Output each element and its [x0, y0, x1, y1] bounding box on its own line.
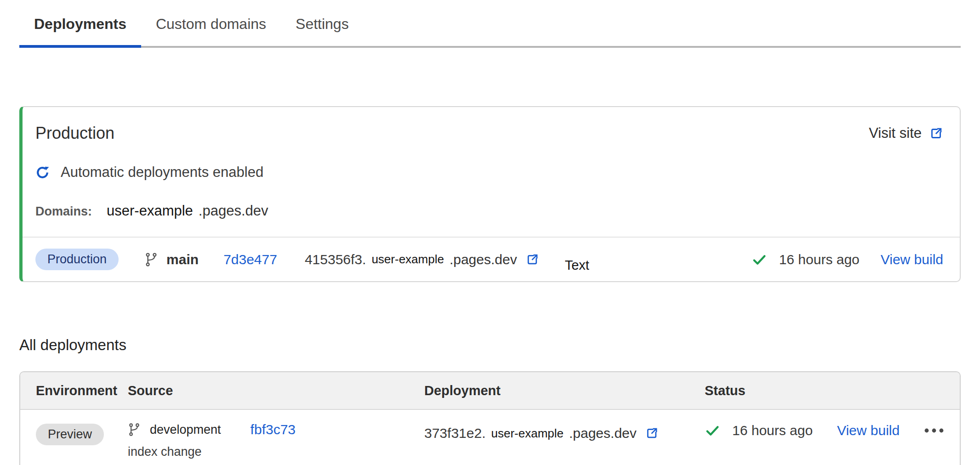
tab-deployments[interactable]: Deployments: [19, 0, 141, 48]
domains-row: Domains: user-example .pages.dev: [35, 203, 943, 219]
column-header-environment: Environment: [36, 383, 128, 398]
domain-suffix: .pages.dev: [199, 203, 268, 219]
environment-badge: Production: [35, 249, 119, 270]
commit-link[interactable]: fbf3c73: [251, 422, 296, 437]
domain-project-name: user-example: [107, 203, 193, 219]
success-check-icon: [705, 423, 720, 438]
deployments-table: Environment Source Deployment Status Pre…: [19, 371, 961, 465]
auto-deployments-text: Automatic deployments enabled: [61, 164, 263, 181]
commit-message: index change: [128, 445, 424, 459]
deployment-url-suffix: .pages.dev: [450, 252, 517, 267]
external-link-icon: [929, 126, 943, 141]
tab-bar: Deployments Custom domains Settings: [19, 0, 961, 48]
column-header-status: Status: [705, 383, 944, 398]
deploy-status: 16 hours ago: [752, 252, 860, 267]
deployment-url-project: user-example: [491, 426, 564, 441]
external-link-icon[interactable]: [525, 253, 539, 267]
deployment-url: 415356f3. user-example .pages.dev: [305, 252, 539, 267]
view-build-link[interactable]: View build: [837, 423, 900, 438]
domains-label: Domains:: [35, 204, 92, 219]
more-options-button[interactable]: [924, 427, 944, 434]
deploy-time: 16 hours ago: [779, 252, 860, 267]
deployment-url-hash: 415356f3.: [305, 252, 366, 267]
deployment-url-suffix: .pages.dev: [569, 425, 637, 441]
deploy-time: 16 hours ago: [732, 423, 813, 438]
table-header-row: Environment Source Deployment Status: [20, 372, 960, 410]
deployment-url-hash: 373f31e2.: [424, 425, 485, 441]
git-branch-icon: [128, 423, 141, 437]
visit-site-label: Visit site: [869, 125, 922, 142]
commit-link[interactable]: 7d3e477: [223, 252, 277, 267]
production-card: Production Visit site Automa: [19, 106, 961, 282]
view-build-link[interactable]: View build: [881, 252, 943, 267]
deploy-status: 16 hours ago: [705, 423, 813, 438]
branch-name: development: [150, 423, 221, 437]
git-branch-icon: [144, 252, 158, 267]
tab-settings[interactable]: Settings: [281, 0, 364, 48]
branch-group: main: [144, 252, 199, 267]
environment-badge: Preview: [36, 424, 104, 445]
visit-site-link[interactable]: Visit site: [869, 125, 943, 142]
deployment-url-project: user-example: [371, 252, 444, 267]
success-check-icon: [752, 252, 767, 267]
production-deployment-row: Production main 7d3e477 415356f3. user-e…: [23, 238, 960, 281]
table-row: Preview development fbf3c73 index change: [20, 410, 960, 465]
column-header-source: Source: [128, 383, 424, 398]
production-card-title: Production: [35, 124, 114, 143]
refresh-icon: [35, 165, 50, 180]
tab-custom-domains[interactable]: Custom domains: [141, 0, 281, 48]
auto-deployments-status: Automatic deployments enabled: [35, 164, 943, 181]
external-link-icon[interactable]: [645, 426, 659, 440]
deployment-url: 373f31e2. user-example .pages.dev: [424, 422, 705, 441]
column-header-deployment: Deployment: [424, 383, 705, 398]
text-annotation: Text: [565, 258, 589, 273]
branch-name: main: [166, 252, 199, 267]
all-deployments-heading: All deployments: [19, 336, 961, 354]
